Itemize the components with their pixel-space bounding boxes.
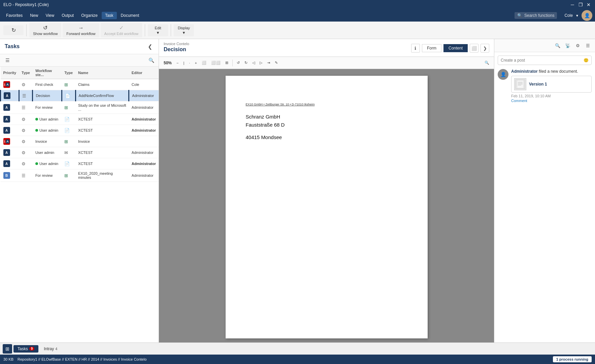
show-workflow-button[interactable]: ↺ Show workflow	[29, 23, 61, 37]
row-name: XCTEST	[75, 114, 129, 125]
minimize-button[interactable]: ─	[569, 2, 575, 8]
grid-view-button[interactable]: ⊞	[3, 344, 12, 354]
feed-search-button[interactable]: 🔍	[553, 41, 562, 50]
zoom-in-button[interactable]: +	[193, 60, 199, 66]
table-row[interactable]: 1A⚙First check⊞ClaimsCole	[1, 79, 159, 90]
col-workflow-step: Workflow ste...	[33, 67, 62, 79]
post-input-area[interactable]: 🙂	[498, 56, 592, 65]
row-type: ☰	[19, 101, 33, 114]
feed-filter-button[interactable]: ⚙	[573, 41, 582, 50]
toolbar-separator-1	[26, 24, 27, 36]
table-row[interactable]: A⚙User admin✉XCTESTAdministrator	[1, 147, 159, 158]
table-row[interactable]: B☰For review⊞EX10_2020_meeting minutesAd…	[1, 169, 159, 182]
row-priority: A	[1, 158, 19, 169]
menu-favorites[interactable]: Favorites	[3, 12, 26, 19]
row-workflow-step: User admin	[33, 147, 62, 158]
collapse-panel-button[interactable]: ❮	[146, 42, 154, 51]
display-button[interactable]: Display ▼	[174, 24, 194, 36]
edit-button[interactable]: Edit ▼	[148, 24, 168, 36]
fit-page-button[interactable]: ⬜	[200, 60, 208, 66]
post-input[interactable]	[501, 58, 584, 63]
row-priority: A	[1, 125, 19, 136]
table-row[interactable]: 1A⚙Invoice⊞Invoice	[1, 136, 159, 147]
expand-button[interactable]: ❯	[481, 44, 489, 53]
tasks-tab[interactable]: Tasks 9	[13, 345, 38, 353]
version-thumbnail	[514, 78, 526, 90]
tasks-panel-header: Tasks ❮	[0, 39, 159, 54]
rotate-right-button[interactable]: ↻	[242, 60, 250, 66]
table-row[interactable]: A⚙User admin📄XCTESTAdministrator	[1, 114, 159, 125]
menu-new[interactable]: New	[27, 12, 41, 19]
row-type: ⚙	[19, 125, 33, 136]
feed-version-card[interactable]: Version 1	[511, 76, 592, 93]
doc-icon: 📄	[64, 161, 70, 166]
post-emoji-button[interactable]: 🙂	[584, 58, 589, 63]
display-label: Display	[178, 26, 190, 30]
fit-width-button[interactable]: |	[181, 60, 186, 66]
doc-search-button[interactable]: 🔍	[483, 60, 491, 66]
row-editor: Administrator	[129, 147, 159, 158]
menu-document[interactable]: Document	[118, 12, 143, 19]
row-doc-type: ⊞	[62, 136, 75, 147]
table-row[interactable]: A☰For review⊞Study on the use of Microso…	[1, 101, 159, 114]
forward-workflow-icon: →	[78, 25, 84, 31]
workflow-icon: ⚙	[22, 128, 26, 133]
row-workflow-step: For review	[33, 169, 62, 182]
next-page-button[interactable]: ▷	[258, 60, 264, 66]
doc-breadcrumb: Invoice Contelo	[164, 42, 189, 46]
doc-title: Decision	[164, 46, 189, 55]
menu-view[interactable]: View	[42, 12, 58, 19]
annotate-button[interactable]: ✎	[273, 60, 280, 66]
row-type: ⚙	[19, 147, 33, 158]
row-editor: Administrator	[129, 101, 159, 114]
feed-item-text: Administrator filed a new document.	[511, 69, 592, 74]
feed-timestamp: Feb 11, 2019, 10:10 AM	[511, 94, 592, 98]
content-tab-button[interactable]: Content	[443, 44, 468, 52]
table-row[interactable]: A⚙User admin📄XCTESTAdministrator	[1, 158, 159, 169]
form-tab-button[interactable]: Form	[422, 44, 441, 52]
row-name: Study on the use of Microsoft ...	[75, 101, 129, 114]
menu-task[interactable]: Task	[102, 12, 117, 19]
rotate-left-button[interactable]: ↺	[235, 60, 242, 66]
feed-more-button[interactable]: ☰	[584, 41, 592, 50]
doc-header-area: Invoice Contelo Decision ℹ Form Content …	[159, 39, 494, 57]
feed-item-content: Administrator filed a new document.	[511, 69, 592, 103]
doc-header-left: Invoice Contelo Decision	[164, 42, 189, 55]
bookmark-button[interactable]: ⇥	[265, 60, 272, 66]
user-dropdown-icon[interactable]: ▼	[575, 14, 579, 18]
menu-organize[interactable]: Organize	[78, 12, 101, 19]
feed-notifications-button[interactable]: 📡	[563, 41, 572, 50]
row-editor: Administrator	[129, 125, 159, 136]
forward-workflow-button[interactable]: → Forward workflow	[63, 23, 99, 37]
grid-button[interactable]: ⊞	[223, 60, 230, 66]
feed-panel: 🔍 📡 ⚙ ☰ 🙂 👤 Administrator filed a new do…	[494, 39, 595, 342]
row-priority: 1A	[1, 79, 19, 90]
restore-button[interactable]: ❐	[577, 2, 584, 8]
workflow-icon: ⚙	[22, 150, 26, 155]
table-row[interactable]: A☰Decision📄AddNoteConfirmFlowAdministrat…	[1, 90, 159, 101]
row-editor	[129, 136, 159, 147]
user-name: Cole	[564, 13, 573, 18]
prev-page-button[interactable]: ◁	[250, 60, 257, 66]
row-name: XCTEST	[75, 147, 129, 158]
intray-tab[interactable]: Intray 4	[40, 345, 61, 353]
refresh-button[interactable]: ↻	[3, 25, 24, 35]
menu-output[interactable]: Output	[58, 12, 77, 19]
accept-edit-workflow-button[interactable]: ✓ Accept Edit workflow	[101, 23, 142, 37]
table-row[interactable]: A⚙User admin📄XCTESTAdministrator	[1, 125, 159, 136]
row-workflow-step: For review	[33, 101, 62, 114]
layout-square-button[interactable]: ⬜	[470, 44, 478, 53]
close-button[interactable]: ✕	[586, 2, 592, 8]
doc-info-button[interactable]: ℹ	[411, 44, 420, 53]
feed-comment-link[interactable]: Comment	[511, 99, 592, 103]
tasks-panel-title: Tasks	[5, 43, 20, 49]
task-search-button[interactable]: 🔍	[146, 56, 156, 65]
task-menu-button[interactable]: ☰	[3, 56, 12, 65]
doc-viewer[interactable]: EX10 GmbH • Zettburger Str. 10 • D-71010…	[159, 69, 494, 342]
toolbar-separator-2	[145, 24, 145, 36]
search-box[interactable]: 🔍 Search functions	[515, 12, 557, 19]
row-type: ☰	[19, 169, 33, 182]
two-page-button[interactable]: ⬜⬜	[209, 60, 223, 66]
row-doc-type: ⊞	[62, 101, 75, 114]
zoom-out-button[interactable]: −	[174, 60, 180, 66]
